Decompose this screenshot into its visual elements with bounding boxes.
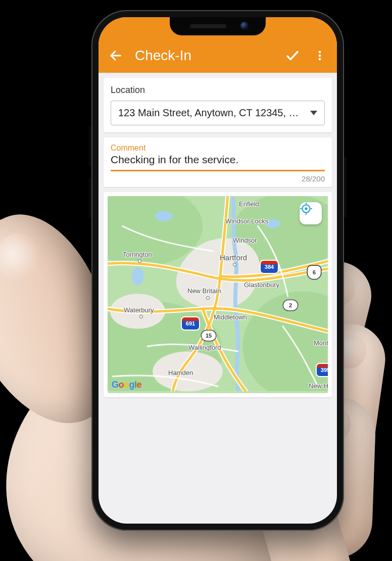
page-title: Check-In	[135, 48, 273, 64]
comment-input[interactable]: Checking in for the service.	[111, 154, 325, 171]
map-label-enfield: Enfield	[239, 200, 259, 208]
more-vert-icon	[314, 50, 326, 62]
comment-card: Comment Checking in for the service. 28/…	[104, 137, 332, 187]
map-label-wallingford: Wallingford	[188, 344, 221, 351]
arrow-left-icon	[109, 49, 123, 63]
map-label-waterbury: Waterbury	[124, 306, 154, 314]
comment-legend: Comment	[111, 144, 325, 153]
svg-point-13	[132, 267, 144, 286]
shield-i691: 691	[182, 317, 199, 330]
map-label-middletown: Middletown	[214, 313, 247, 321]
map-label-hartford: Hartford	[220, 253, 247, 262]
map-label-new-britain: New Britain	[187, 287, 221, 295]
shield-ct2: 2	[283, 300, 298, 310]
map-label-montville: Montville	[314, 339, 328, 347]
map-label-hamden: Hamden	[168, 369, 193, 377]
map-label-new-haven: New Haven	[309, 382, 328, 390]
map-label-windsor-locks: Windsor Locks	[225, 217, 268, 225]
comment-counter: 28/200	[111, 174, 325, 183]
confirm-button[interactable]	[284, 48, 301, 64]
svg-point-15	[305, 207, 307, 210]
phone-screen: Check-In Location 123 Main Street, Anyto…	[99, 17, 337, 524]
location-select[interactable]: 123 Main Street, Anytown, CT 12345, USA	[111, 101, 325, 125]
shield-i384: 384	[261, 261, 278, 273]
chevron-down-icon	[310, 111, 317, 115]
location-label: Location	[111, 85, 325, 96]
phone-frame: Check-In Location 123 Main Street, Anyto…	[91, 10, 344, 531]
map-label-windsor: Windsor	[233, 237, 257, 244]
shield-i395: 395	[317, 364, 328, 376]
svg-point-2	[319, 55, 321, 57]
phone-notch	[170, 17, 266, 35]
my-location-button[interactable]	[300, 202, 322, 224]
overflow-menu-button[interactable]	[312, 48, 328, 64]
google-logo: Google	[112, 380, 141, 389]
svg-point-1	[319, 51, 321, 53]
map-canvas[interactable]: Enfield Windsor Locks Windsor Torrington…	[108, 196, 328, 393]
svg-point-11	[155, 211, 173, 221]
svg-point-3	[319, 58, 321, 60]
check-icon	[285, 48, 300, 63]
map-label-torrington: Torrington	[123, 251, 152, 258]
shield-us6: 6	[308, 266, 321, 279]
location-card: Location 123 Main Street, Anytown, CT 12…	[104, 78, 332, 132]
shield-ct15: 15	[202, 331, 216, 341]
map-card: Enfield Windsor Locks Windsor Torrington…	[104, 192, 332, 397]
crosshair-icon	[300, 202, 313, 215]
back-button[interactable]	[108, 48, 124, 64]
location-value: 123 Main Street, Anytown, CT 12345, USA	[118, 107, 306, 119]
map-label-glastonbury: Glastonbury	[244, 281, 279, 289]
